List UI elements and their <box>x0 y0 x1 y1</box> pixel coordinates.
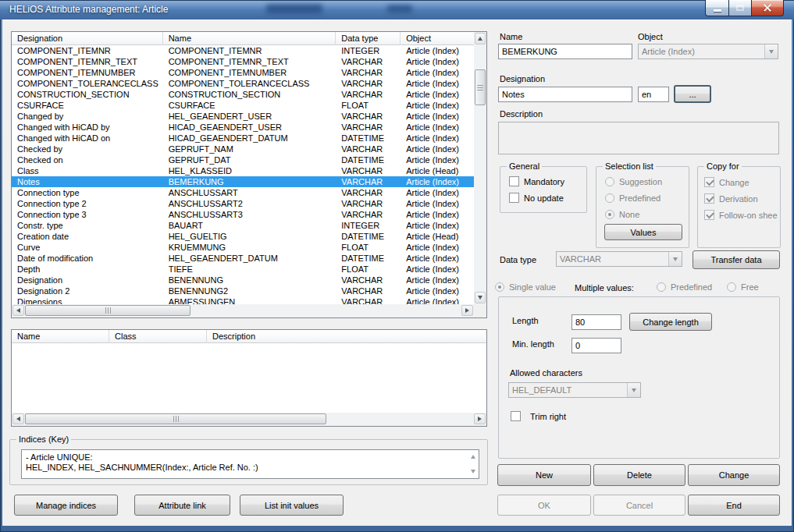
scroll-down-button[interactable] <box>475 292 486 303</box>
change-length-button[interactable]: Change length <box>629 313 712 331</box>
delete-button[interactable]: Delete <box>593 464 685 486</box>
attribute-link-button[interactable]: Attribute link <box>134 495 230 516</box>
name-input[interactable] <box>498 44 632 59</box>
table-row[interactable]: COMPONENT_ITEMNR_TEXT COMPONENT_ITEMNR_T… <box>12 56 474 67</box>
table-row[interactable]: Creation date HEL_GUELTIG DATETIME Artic… <box>12 231 474 242</box>
horizontal-scrollbar[interactable] <box>12 304 474 317</box>
horizontal-scrollbar-thumb[interactable] <box>25 413 326 424</box>
cell-object: Article (Index) <box>401 286 474 296</box>
length-input[interactable] <box>571 314 621 330</box>
new-button[interactable]: New <box>497 464 591 486</box>
cell-object: Article (Index) <box>401 198 474 209</box>
vertical-scrollbar[interactable] <box>474 32 486 304</box>
scroll-left-button[interactable] <box>12 305 24 316</box>
class-table-body <box>12 343 486 413</box>
cell-data-type: VARCHAR <box>336 111 401 122</box>
indices-text-area[interactable]: - Article UNIQUE: HEL_INDEX, HEL_SACHNUM… <box>21 449 479 479</box>
table-row[interactable]: Notes BEMERKUNG VARCHAR Article (Index) <box>12 176 474 187</box>
manage-indices-button[interactable]: Manage indices <box>14 495 118 516</box>
list-init-values-button[interactable]: List init values <box>240 495 344 516</box>
arrow-down-icon <box>478 296 482 300</box>
table-row[interactable]: Connection type 3 ANSCHLUSSART3 VARCHAR … <box>12 209 474 220</box>
checkbox-icon <box>509 176 519 186</box>
scroll-left-button[interactable] <box>12 413 24 424</box>
class-table: Name Class Description <box>11 329 487 427</box>
column-header-name[interactable]: Name <box>12 330 109 343</box>
change-button[interactable]: Change <box>688 464 780 486</box>
horizontal-scrollbar[interactable] <box>12 413 486 426</box>
thumb-grip-icon <box>477 85 483 90</box>
cell-name: COMPONENT_ITEMNR_TEXT <box>163 56 336 67</box>
minimize-button[interactable] <box>705 0 729 16</box>
arrow-left-icon <box>16 417 20 421</box>
column-header-class[interactable]: Class <box>109 330 207 343</box>
column-header-description[interactable]: Description <box>207 330 486 343</box>
table-row[interactable]: COMPONENT_ITEMNUMBER COMPONENT_ITEMNUMBE… <box>12 67 474 78</box>
scroll-right-button[interactable] <box>474 413 486 424</box>
vertical-scrollbar-thumb[interactable] <box>475 69 486 105</box>
indices-line: - Article UNIQUE: <box>26 452 475 463</box>
column-header-data-type[interactable]: Data type <box>336 32 401 45</box>
table-row[interactable]: Designation BENENNUNG VARCHAR Article (I… <box>12 275 474 286</box>
table-row[interactable]: Changed with HiCAD by HICAD_GEAENDERT_US… <box>12 122 474 133</box>
column-header-object[interactable]: Object <box>401 32 474 45</box>
general-group-title: General <box>507 161 542 171</box>
cell-data-type: VARCHAR <box>336 144 401 154</box>
close-button[interactable] <box>752 0 784 16</box>
thumb-grip-icon <box>173 416 179 422</box>
table-row[interactable]: Connection type ANSCHLUSSART VARCHAR Art… <box>12 187 474 198</box>
table-row[interactable]: Checked by GEPRUFT_NAM VARCHAR Article (… <box>12 144 474 154</box>
transfer-data-button[interactable]: Transfer data <box>693 250 780 269</box>
radio-icon <box>657 282 666 292</box>
minimize-icon <box>714 9 721 12</box>
designation-input[interactable] <box>498 87 632 102</box>
min-length-label: Min. length <box>512 339 554 349</box>
cell-object: Article (Index) <box>401 264 474 275</box>
cell-name: CSURFACE <box>163 100 336 111</box>
trim-right-checkbox[interactable]: Trim right <box>511 411 566 421</box>
mandatory-checkbox[interactable]: Mandatory <box>509 176 564 186</box>
data-type-dropdown: VARCHAR <box>556 251 682 267</box>
cell-designation: Designation 2 <box>12 286 163 296</box>
cell-designation: CSURFACE <box>12 100 163 111</box>
cell-object: Article (Index) <box>401 187 474 198</box>
values-button[interactable]: Values <box>604 224 682 240</box>
cell-object: Article (Index) <box>401 275 474 286</box>
table-row[interactable]: Designation 2 BENENNUNG2 VARCHAR Article… <box>12 286 474 296</box>
table-row[interactable]: CONSTRUCTION_SECTION CONSTRUCTION_SECTIO… <box>12 89 474 100</box>
table-row[interactable]: Changed with HiCAD on HICAD_GEAENDERT_DA… <box>12 133 474 144</box>
table-row[interactable]: CSURFACE CSURFACE FLOAT Article (Index) <box>12 100 474 111</box>
table-row[interactable]: Date of modification HEL_GEAENDERT_DATUM… <box>12 253 474 264</box>
title-bar[interactable]: HELiOS Attribute management: Article <box>0 0 794 20</box>
table-row[interactable]: COMPONENT_ITEMNR COMPONENT_ITEMNR INTEGE… <box>12 45 474 56</box>
multiple-values-label: Multiple values: <box>575 283 634 293</box>
scroll-right-button[interactable] <box>461 305 473 316</box>
table-row[interactable]: Class HEL_KLASSEID VARCHAR Article (Head… <box>12 165 474 176</box>
indices-scroll-up[interactable] <box>469 453 476 460</box>
table-row[interactable]: Checked on GEPRUFT_DAT DATETIME Article … <box>12 154 474 165</box>
min-length-input[interactable] <box>571 338 621 353</box>
cell-designation: Depth <box>12 264 163 275</box>
horizontal-scrollbar-thumb[interactable] <box>25 305 190 316</box>
table-row[interactable]: COMPONENT_TOLERANCECLASS COMPONENT_TOLER… <box>12 78 474 89</box>
table-row[interactable]: Depth TIEFE FLOAT Article (Index) <box>12 264 474 275</box>
end-button[interactable]: End <box>688 495 780 516</box>
indices-scroll-down[interactable] <box>469 468 476 475</box>
indices-line: HEL_INDEX, HEL_SACHNUMMER(Index:, Articl… <box>26 463 475 473</box>
window-controls <box>705 0 784 16</box>
table-row[interactable]: Changed by HEL_GEAENDERT_USER VARCHAR Ar… <box>12 111 474 122</box>
table-row[interactable]: Curve KRUEMMUNG FLOAT Article (Index) <box>12 242 474 253</box>
table-row[interactable]: Constr. type BAUART INTEGER Article (Ind… <box>12 220 474 231</box>
free-radio: Free <box>727 282 759 292</box>
cell-name: HEL_KLASSEID <box>163 165 336 176</box>
table-row[interactable]: Dimensions ABMESSUNGEN VARCHAR Article (… <box>12 296 474 304</box>
cell-data-type: VARCHAR <box>336 296 401 304</box>
table-row[interactable]: Connection type 2 ANSCHLUSSART2 VARCHAR … <box>12 198 474 209</box>
column-header-designation[interactable]: Designation <box>12 32 163 45</box>
no-update-checkbox[interactable]: No update <box>509 193 564 203</box>
browse-button[interactable]: ... <box>674 85 711 103</box>
language-input[interactable] <box>638 87 669 102</box>
scroll-up-button[interactable] <box>475 33 486 44</box>
column-header-name[interactable]: Name <box>163 32 336 45</box>
object-label: Object <box>638 32 663 41</box>
